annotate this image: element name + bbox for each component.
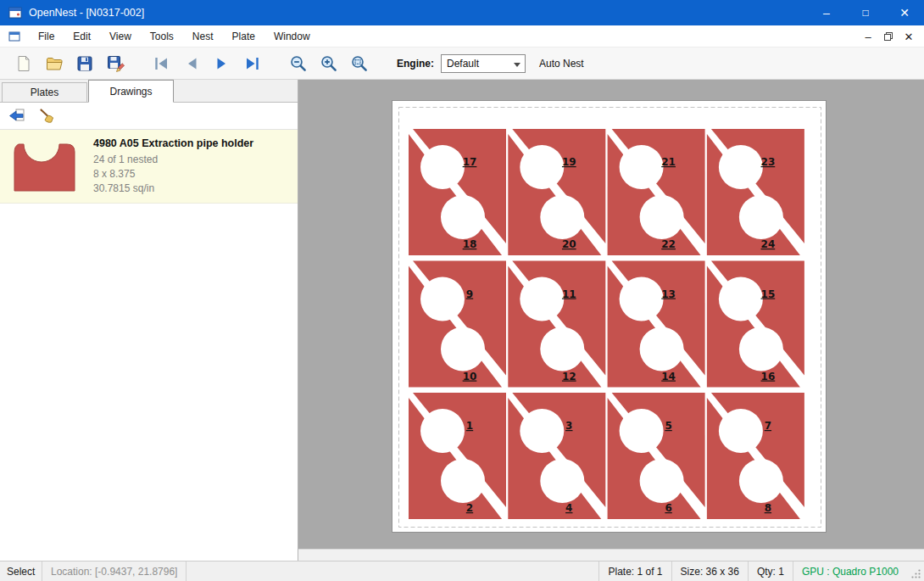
menu-tools[interactable]: Tools [141,25,183,47]
statusbar: Select Location: [-0.9437, 21.8796] Plat… [0,561,924,581]
zoom-window-icon [350,54,369,73]
resize-grip[interactable] [907,561,924,581]
drawing-dimensions: 8 x 8.375 [93,167,253,182]
zoom-out-icon [289,54,308,73]
titlebar: OpenNest - [N0317-002] – □ ✕ [0,0,924,25]
engine-label: Engine: [397,58,434,70]
opennest-window: OpenNest - [N0317-002] – □ ✕ File Edit V… [0,0,924,581]
save-button[interactable] [71,52,98,75]
statusbar-mode: Select [0,561,42,581]
menu-window[interactable]: Window [264,25,320,47]
mdi-minimize-button[interactable]: – [858,27,878,46]
engine-selected-value: Default [447,58,479,70]
main-canvas[interactable]: 171819202122232491011121314151612345678 [298,80,924,561]
drawings-toolbar [0,103,298,130]
nested-pair[interactable]: 1314 [608,261,705,388]
svg-text:14: 14 [661,371,676,383]
svg-text:4: 4 [565,502,572,514]
zoom-window-button[interactable] [346,52,373,75]
svg-text:6: 6 [665,502,671,514]
nested-pair[interactable]: 1112 [508,261,605,388]
nav-first-icon [152,54,170,73]
mdi-close-button[interactable]: ✕ [899,27,919,46]
mdi-restore-button[interactable] [878,27,899,46]
window-controls: – □ ✕ [807,0,924,25]
drawing-meta: 4980 A05 Extraction pipe holder 24 of 1 … [93,137,253,196]
menu-nest[interactable]: Nest [183,25,223,47]
engine-select[interactable]: Default [441,54,526,73]
svg-text:7: 7 [765,420,771,432]
horizontal-scrollbar[interactable] [298,549,924,561]
nav-previous-button[interactable] [178,52,205,75]
statusbar-gpu: GPU : Quadro P1000 [793,561,907,581]
svg-text:20: 20 [562,238,576,250]
open-folder-icon [45,54,64,73]
nav-last-icon [243,54,262,73]
nested-pair[interactable]: 1516 [707,261,804,388]
restore-icon [883,31,893,42]
zoom-in-button[interactable] [315,52,342,75]
toolbar: Engine: Default Auto Nest [0,47,924,80]
tab-drawings[interactable]: Drawings [88,80,174,103]
save-as-icon [106,54,125,73]
maximize-button[interactable]: □ [846,0,885,25]
drawing-area: 30.7815 sq/in [93,182,253,196]
plate[interactable]: 171819202122232491011121314151612345678 [392,100,827,533]
document-window-icon [8,31,20,42]
minimize-button[interactable]: – [807,0,846,25]
new-document-icon [14,54,33,73]
statusbar-location: Location: [-0.9437, 21.8796] [42,561,186,581]
svg-text:24: 24 [761,238,776,250]
statusbar-qty: Qty: 1 [748,561,793,581]
nav-next-icon [213,54,231,73]
sidebar-tabs: Plates Drawings [0,80,298,103]
import-drawing-button[interactable] [5,105,29,127]
svg-text:12: 12 [562,371,576,383]
svg-text:22: 22 [661,238,676,250]
drawing-list-item[interactable]: 4980 A05 Extraction pipe holder 24 of 1 … [0,130,298,204]
svg-text:3: 3 [565,420,572,432]
svg-text:1: 1 [466,420,473,432]
nav-last-button[interactable] [239,52,266,75]
nested-pair[interactable]: 910 [409,261,506,388]
nav-first-button[interactable] [148,52,175,75]
plate-parts-svg: 171819202122232491011121314151612345678 [392,101,827,534]
svg-text:5: 5 [665,420,671,432]
svg-text:15: 15 [761,288,776,300]
nested-pair[interactable]: 56 [608,393,705,519]
tab-plates[interactable]: Plates [2,82,87,102]
menu-edit[interactable]: Edit [64,25,100,47]
broom-button[interactable] [36,105,59,127]
svg-text:9: 9 [466,288,473,300]
new-document-button[interactable] [10,52,37,75]
drawing-nested-count: 24 of 1 nested [93,153,253,167]
open-folder-button[interactable] [41,52,68,75]
menu-file[interactable]: File [29,25,64,47]
menubar: File Edit View Tools Nest Plate Window –… [0,25,924,47]
nested-pair[interactable]: 34 [508,393,605,519]
nested-pair[interactable]: 12 [409,393,506,519]
broom-icon [38,107,57,126]
svg-text:21: 21 [661,156,676,168]
nested-pair[interactable]: 78 [707,393,804,519]
svg-text:23: 23 [761,156,776,168]
mdi-window-controls: – ✕ [858,25,919,47]
import-arrow-icon [8,108,26,125]
close-button[interactable]: ✕ [885,0,924,25]
zoom-out-button[interactable] [285,52,312,75]
nested-pair[interactable]: 2324 [707,129,804,255]
nested-pair[interactable]: 1718 [409,129,506,255]
svg-text:18: 18 [463,238,477,250]
chevron-down-icon [514,63,520,67]
nested-pair[interactable]: 2122 [608,129,705,255]
auto-nest-button[interactable]: Auto Nest [539,58,584,70]
save-as-button[interactable] [102,52,129,75]
statusbar-plate: Plate: 1 of 1 [598,561,671,581]
save-icon [75,54,94,73]
statusbar-size: Size: 36 x 36 [671,561,748,581]
nested-pair[interactable]: 1920 [508,129,605,255]
menu-view[interactable]: View [100,25,141,47]
svg-text:19: 19 [562,156,576,168]
nav-next-button[interactable] [209,52,236,75]
menu-plate[interactable]: Plate [223,25,264,47]
